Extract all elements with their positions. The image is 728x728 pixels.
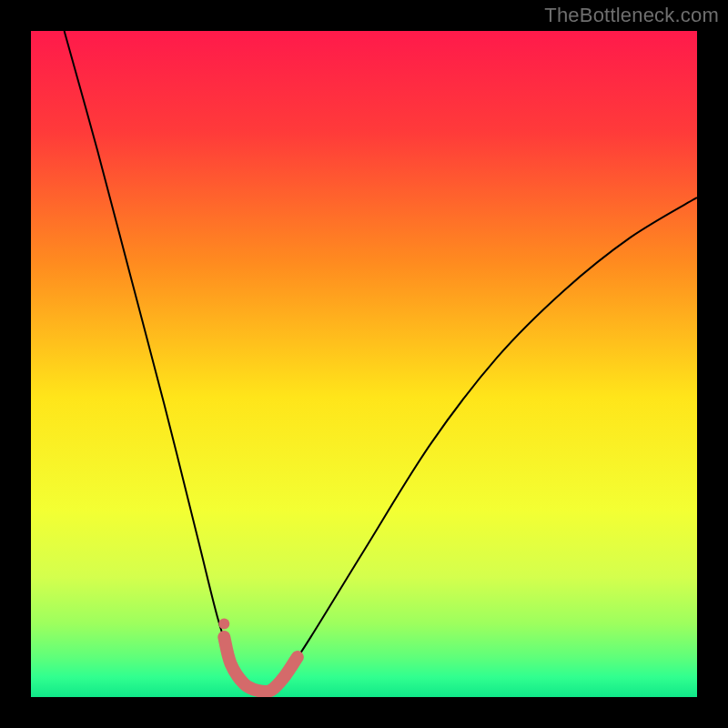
optimal-range-dot	[218, 618, 229, 629]
chart-svg	[31, 31, 697, 697]
chart-gradient-background	[31, 31, 697, 697]
chart-frame: TheBottleneck.com	[0, 0, 728, 728]
watermark-text: TheBottleneck.com	[544, 4, 719, 27]
chart-plot-area	[31, 31, 697, 697]
